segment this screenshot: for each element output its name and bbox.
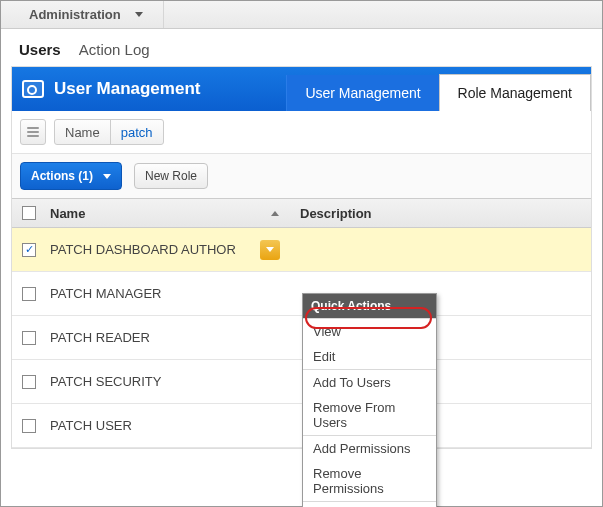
header-select-all[interactable] bbox=[12, 206, 46, 220]
menu-edit[interactable]: Edit bbox=[303, 344, 436, 369]
row-name: PATCH READER bbox=[50, 330, 150, 345]
menu-add-to-users[interactable]: Add To Users bbox=[303, 370, 436, 395]
menu-view[interactable]: View bbox=[303, 319, 436, 344]
list-view-button[interactable] bbox=[20, 119, 46, 145]
actions-button[interactable]: Actions (1) bbox=[20, 162, 122, 190]
row-actions-toggle[interactable] bbox=[260, 240, 280, 260]
row-name: PATCH SECURITY bbox=[50, 374, 161, 389]
row-checkbox[interactable] bbox=[12, 331, 46, 345]
grid-header: Name Description bbox=[12, 198, 591, 228]
checkbox-icon bbox=[22, 287, 36, 301]
top-toolbar: Administration bbox=[1, 1, 602, 29]
checkbox-icon bbox=[22, 375, 36, 389]
header-name-label: Name bbox=[50, 206, 85, 221]
checkbox-icon bbox=[22, 206, 36, 220]
checkbox-icon bbox=[22, 243, 36, 257]
header-desc-label: Description bbox=[300, 206, 372, 221]
new-role-button[interactable]: New Role bbox=[134, 163, 208, 189]
list-icon bbox=[27, 127, 39, 137]
tab-user-management[interactable]: User Management bbox=[286, 75, 438, 111]
panel-title-text: User Management bbox=[54, 79, 200, 99]
chevron-down-icon bbox=[266, 247, 274, 252]
user-card-icon bbox=[22, 80, 44, 98]
filter-token-name[interactable]: Name patch bbox=[54, 119, 164, 145]
subnav-users[interactable]: Users bbox=[19, 41, 61, 58]
menu-remove-permissions[interactable]: Remove Permissions bbox=[303, 461, 436, 501]
header-col-name[interactable]: Name bbox=[46, 206, 284, 221]
menu-delete[interactable]: Delete bbox=[303, 502, 436, 507]
row-checkbox[interactable] bbox=[12, 375, 46, 389]
filter-field-label: Name bbox=[55, 120, 111, 144]
tab-role-management[interactable]: Role Management bbox=[439, 74, 591, 111]
panel-header: User Management User Management Role Man… bbox=[12, 67, 591, 111]
sort-asc-icon bbox=[266, 211, 284, 216]
quick-actions-title: Quick Actions bbox=[303, 294, 436, 318]
row-name: PATCH MANAGER bbox=[50, 286, 161, 301]
action-bar: Actions (1) New Role bbox=[12, 154, 591, 198]
header-col-description[interactable]: Description bbox=[284, 206, 591, 221]
panel-title: User Management bbox=[22, 67, 286, 111]
row-checkbox[interactable] bbox=[12, 419, 46, 433]
sub-nav: Users Action Log bbox=[1, 29, 602, 66]
subnav-actionlog[interactable]: Action Log bbox=[79, 41, 150, 58]
chevron-down-icon bbox=[103, 174, 111, 179]
quick-actions-menu: Quick Actions View Edit Add To Users Rem… bbox=[302, 293, 437, 507]
checkbox-icon bbox=[22, 331, 36, 345]
topnav-administration[interactable]: Administration bbox=[9, 1, 164, 28]
filter-bar: Name patch bbox=[12, 111, 591, 154]
menu-add-permissions[interactable]: Add Permissions bbox=[303, 436, 436, 461]
table-row[interactable]: PATCH DASHBOARD AUTHOR bbox=[12, 228, 591, 272]
panel-tabs: User Management Role Management bbox=[286, 67, 591, 111]
filter-value: patch bbox=[111, 120, 163, 144]
row-checkbox[interactable] bbox=[12, 287, 46, 301]
actions-button-label: Actions (1) bbox=[31, 169, 93, 183]
row-name: PATCH USER bbox=[50, 418, 132, 433]
row-checkbox[interactable] bbox=[12, 243, 46, 257]
chevron-down-icon bbox=[135, 12, 143, 17]
menu-remove-from-users[interactable]: Remove From Users bbox=[303, 395, 436, 435]
row-name: PATCH DASHBOARD AUTHOR bbox=[50, 242, 236, 257]
checkbox-icon bbox=[22, 419, 36, 433]
topnav-label: Administration bbox=[29, 7, 121, 22]
